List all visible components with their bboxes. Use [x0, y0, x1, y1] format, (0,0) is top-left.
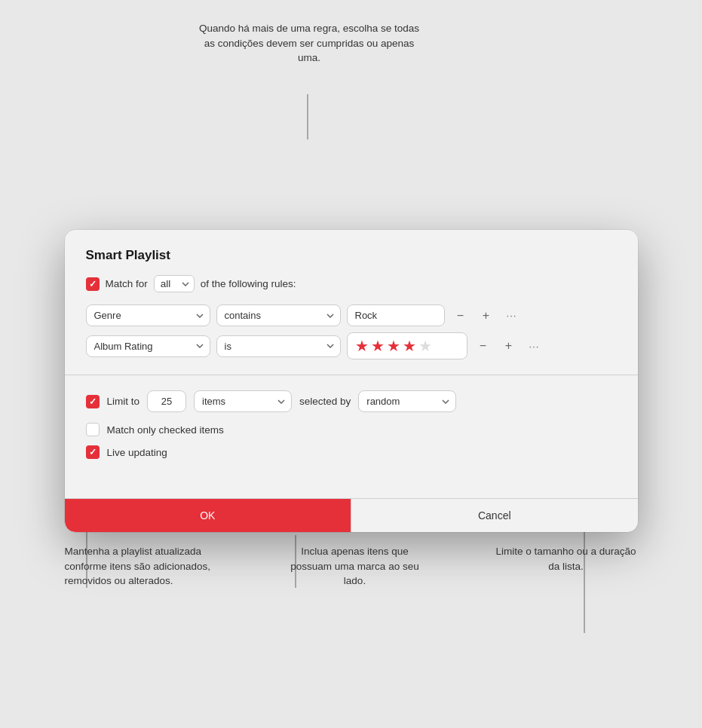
match-for-row: Match for all any of the following rules… [86, 275, 617, 292]
live-updating-row: Live updating [86, 445, 617, 459]
live-updating-checkbox[interactable] [86, 445, 100, 459]
rules-divider [65, 375, 638, 375]
rule2-stars[interactable]: ★ ★ ★ ★ ★ [347, 332, 467, 359]
match-checkbox[interactable] [86, 277, 100, 291]
match-label-post: of the following rules: [201, 278, 296, 289]
match-dropdown[interactable]: all any [154, 275, 195, 292]
limit-value-input[interactable] [147, 390, 186, 412]
selected-by-dropdown[interactable]: random most played least played most rec… [358, 390, 456, 412]
annotation-bottom-right: Limite o tamanho ou a duração da lista. [495, 544, 638, 589]
rule1-condition[interactable]: contains is does not contain [216, 304, 341, 326]
rules-section: Genre Album Rating Artist Year contains … [86, 304, 617, 359]
dialog-body: Smart Playlist Match for all any of the … [65, 230, 638, 483]
selected-by-label: selected by [299, 396, 351, 407]
star-3[interactable]: ★ [387, 337, 400, 355]
star-1[interactable]: ★ [355, 337, 369, 355]
match-only-checked-checkbox[interactable] [86, 423, 100, 436]
annotation-top-text: Quando há mais de uma regra, escolha se … [199, 23, 419, 63]
rule1-more[interactable]: ··· [502, 306, 522, 326]
smart-playlist-dialog: Smart Playlist Match for all any of the … [65, 230, 638, 532]
match-only-checked-label: Match only checked items [107, 424, 224, 436]
rule1-add[interactable]: + [477, 306, 496, 326]
rule1-value[interactable] [347, 304, 445, 326]
ok-button[interactable]: OK [65, 499, 351, 532]
rule-row-2: Album Rating Genre Artist Year is contai… [86, 332, 617, 359]
dialog-title: Smart Playlist [86, 248, 617, 263]
rule2-condition[interactable]: is contains is greater than is less than [216, 335, 341, 357]
star-4[interactable]: ★ [403, 337, 416, 355]
annotation-bottom-mid-text: Inclua apenas itens que possuam uma marc… [290, 546, 418, 586]
match-only-checked-row: Match only checked items [86, 423, 617, 436]
limit-row: Limit to items minutes hours MB GB selec… [86, 390, 617, 412]
footer-spacer [86, 468, 617, 483]
live-updating-label: Live updating [107, 447, 167, 458]
star-5[interactable]: ★ [418, 337, 432, 355]
rule1-remove[interactable]: − [451, 306, 471, 326]
rule-row-1: Genre Album Rating Artist Year contains … [86, 304, 617, 326]
rule2-field[interactable]: Album Rating Genre Artist Year [86, 335, 210, 357]
annotation-bottom-mid: Inclua apenas itens que possuam uma marc… [280, 544, 431, 589]
star-2[interactable]: ★ [371, 337, 385, 355]
limit-unit-dropdown[interactable]: items minutes hours MB GB [194, 390, 292, 412]
match-label-pre: Match for [106, 278, 148, 289]
rule1-field[interactable]: Genre Album Rating Artist Year [86, 304, 210, 326]
limit-label: Limit to [107, 396, 140, 407]
annotation-bottom-left: Mantenha a playlist atualizada conforme … [65, 544, 216, 589]
annotation-bottom-right-text: Limite o tamanho ou a duração da lista. [495, 546, 636, 572]
dialog-footer: OK Cancel [65, 499, 638, 532]
annotation-bottom-left-text: Mantenha a playlist atualizada conforme … [65, 546, 211, 586]
rule2-add[interactable]: + [499, 336, 519, 356]
rule2-more[interactable]: ··· [525, 336, 544, 356]
cancel-button[interactable]: Cancel [351, 499, 638, 532]
limit-checkbox[interactable] [86, 395, 100, 408]
annotation-top: Quando há mais de uma regra, escolha se … [196, 21, 422, 66]
bottom-annotations: Mantenha a playlist atualizada conforme … [65, 544, 638, 589]
rule2-remove[interactable]: − [474, 336, 493, 356]
page-wrapper: Quando há mais de uma regra, escolha se … [15, 15, 687, 728]
